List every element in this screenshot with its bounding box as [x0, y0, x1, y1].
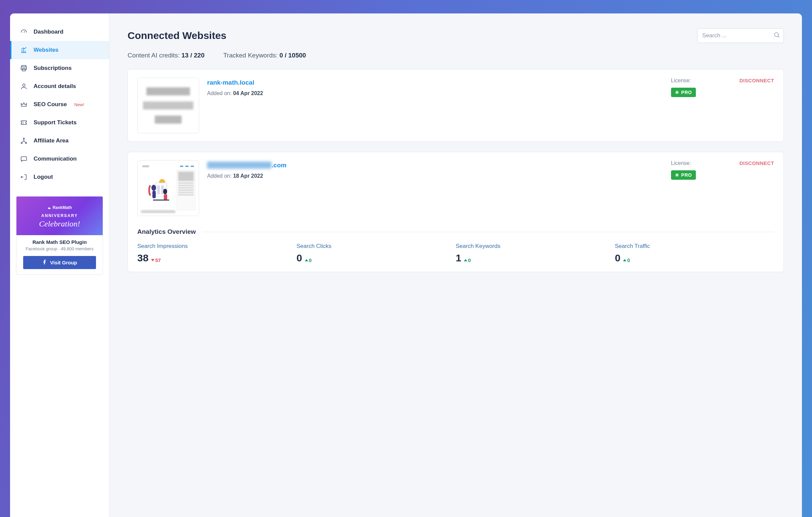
sidebar-item-affiliate[interactable]: Affiliate Area	[10, 132, 109, 150]
delta-value: 57	[155, 257, 161, 263]
triangle-up-icon	[623, 259, 627, 261]
metrics-row: Search Impressions 38 57 Search Clicks 0…	[137, 243, 774, 264]
metric-number: 0	[296, 252, 302, 264]
sidebar-item-label: Subscriptions	[34, 65, 71, 72]
metric-delta: 0	[305, 257, 312, 263]
new-badge: New!	[74, 102, 84, 107]
added-date: 04 Apr 2022	[233, 90, 263, 96]
metric-label: Search Impressions	[137, 243, 296, 250]
license-column: License: ✳ PRO	[671, 160, 731, 180]
promo-title: Rank Math SEO Plugin	[20, 239, 99, 245]
metric-label: Search Traffic	[615, 243, 774, 250]
promo-banner: RankMath ANNIVERSARY Celebration!	[17, 196, 103, 235]
promo-subtitle: Facebook group · 49,800 members	[20, 246, 99, 252]
svg-point-8	[775, 33, 778, 37]
logout-icon	[20, 173, 28, 181]
sparkle-icon: ✳	[675, 172, 679, 178]
triangle-up-icon	[464, 259, 467, 261]
sidebar-item-subscriptions[interactable]: Subscriptions	[10, 59, 109, 77]
delta-value: 0	[468, 257, 471, 263]
svg-rect-16	[164, 194, 167, 200]
added-label: Added on:	[207, 173, 233, 179]
metric-number: 1	[456, 252, 462, 264]
credits-value: 13 / 220	[182, 52, 205, 59]
metric-number: 0	[615, 252, 621, 264]
header-row: Connected Websites	[127, 28, 784, 43]
visit-group-button[interactable]: Visit Group	[23, 256, 96, 269]
site-url-link[interactable]: rank-math.local	[207, 79, 254, 86]
svg-point-6	[26, 142, 27, 144]
metric-label: Search Clicks	[296, 243, 456, 250]
main-content: Connected Websites Content AI credits: 1…	[110, 13, 802, 517]
credits-stat: Content AI credits: 13 / 220	[127, 52, 204, 59]
nav-list: Dashboard Websites Subscriptions Account…	[10, 23, 109, 186]
sidebar-item-label: Dashboard	[34, 29, 63, 35]
site-row: rank-math.local Added on: 04 Apr 2022 Li…	[137, 78, 774, 133]
license-column: License: ✳ PRO	[671, 78, 731, 97]
metric-value: 0 0	[296, 252, 456, 264]
network-icon	[20, 137, 28, 144]
svg-point-4	[23, 138, 25, 139]
printer-icon	[20, 64, 28, 72]
gauge-icon	[20, 28, 28, 36]
credits-label: Content AI credits:	[127, 52, 182, 59]
svg-rect-17	[153, 199, 169, 200]
sidebar-item-support[interactable]: Support Tickets	[10, 113, 109, 132]
search-input[interactable]	[702, 32, 774, 39]
triangle-down-icon	[151, 259, 154, 261]
user-icon	[20, 83, 28, 90]
promo-card: RankMath ANNIVERSARY Celebration! Rank M…	[16, 196, 103, 275]
site-thumbnail	[137, 160, 199, 216]
svg-point-3	[23, 84, 25, 86]
license-tier: PRO	[681, 90, 692, 95]
sidebar-item-seo-course[interactable]: SEO Course New!	[10, 96, 109, 113]
sidebar-item-label: SEO Course	[34, 101, 67, 108]
promo-brand: RankMath	[20, 205, 99, 210]
metric-delta: 0	[464, 257, 471, 263]
keywords-value: 0 / 10500	[279, 52, 306, 59]
triangle-up-icon	[305, 259, 308, 261]
site-card: rank-math.local Added on: 04 Apr 2022 Li…	[127, 69, 784, 142]
keywords-stat: Tracked Keywords: 0 / 10500	[223, 52, 306, 59]
license-tier: PRO	[681, 172, 692, 178]
svg-rect-11	[157, 185, 160, 194]
metric-label: Search Keywords	[456, 243, 615, 250]
site-info: rank-math.local Added on: 04 Apr 2022	[207, 78, 663, 97]
promo-brand-text: RankMath	[53, 205, 72, 210]
sidebar-item-label: Websites	[34, 47, 58, 53]
pro-badge: ✳ PRO	[671, 170, 696, 180]
svg-point-15	[163, 189, 167, 194]
disconnect-button[interactable]: DISCONNECT	[740, 78, 774, 83]
site-url-suffix: .com	[271, 162, 286, 169]
analytics-title: Analytics Overview	[137, 228, 196, 236]
site-url-link[interactable]: hidden-domain-name.com	[207, 162, 286, 169]
sidebar-item-label: Support Tickets	[34, 119, 77, 126]
sidebar-item-dashboard[interactable]: Dashboard	[10, 23, 109, 41]
sidebar-item-label: Communication	[34, 156, 77, 162]
sidebar-item-websites[interactable]: Websites	[10, 41, 109, 59]
metric-traffic: Search Traffic 0 0	[615, 243, 774, 264]
sidebar: Dashboard Websites Subscriptions Account…	[10, 13, 110, 517]
thumbnail-placeholder	[137, 79, 199, 132]
svg-point-5	[21, 142, 23, 144]
sidebar-item-account[interactable]: Account details	[10, 77, 109, 96]
promo-body: Rank Math SEO Plugin Facebook group · 49…	[17, 235, 103, 274]
sidebar-item-communication[interactable]: Communication	[10, 150, 109, 168]
search-box[interactable]	[697, 28, 784, 43]
page-title: Connected Websites	[127, 30, 227, 41]
added-date: 18 Apr 2022	[233, 173, 263, 179]
metric-value: 1 0	[456, 252, 615, 264]
sidebar-item-label: Affiliate Area	[34, 137, 68, 144]
disconnect-button[interactable]: DISCONNECT	[740, 160, 774, 166]
svg-point-13	[151, 185, 156, 191]
app-shell: Dashboard Websites Subscriptions Account…	[10, 13, 802, 517]
sidebar-item-label: Account details	[34, 83, 76, 90]
delta-value: 0	[309, 257, 312, 263]
sparkle-icon: ✳	[675, 90, 679, 95]
metric-delta: 57	[151, 257, 161, 263]
svg-rect-1	[21, 67, 27, 69]
sidebar-item-logout[interactable]: Logout	[10, 168, 109, 186]
svg-rect-14	[152, 191, 156, 198]
visit-group-label: Visit Group	[50, 260, 77, 265]
bar-chart-icon	[20, 46, 28, 54]
